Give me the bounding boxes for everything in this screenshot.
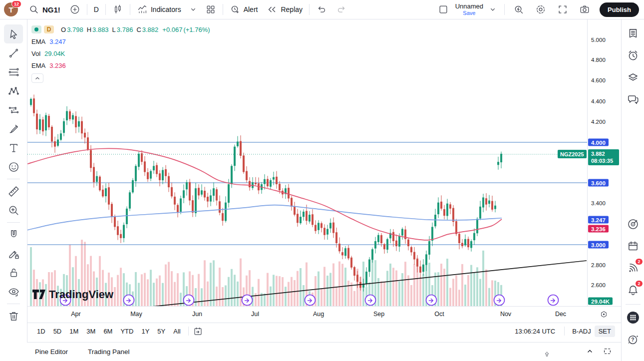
chart-pane[interactable]: TradingView D O3.798 H3.883 L3.786 C3.88…: [27, 19, 587, 306]
interval-badge: D: [44, 25, 54, 33]
tool-trend-line[interactable]: [4, 43, 23, 62]
pine-editor-tab[interactable]: Pine Editor: [35, 348, 68, 356]
publish-button[interactable]: Publish: [600, 2, 639, 17]
trading-panel-tab[interactable]: Trading Panel: [88, 348, 130, 356]
toolbar-separator: [7, 179, 20, 179]
time-axis[interactable]: AprMayJunJulAugSepOctNovDec: [27, 306, 621, 323]
snapshot-button[interactable]: [575, 2, 595, 17]
ema-legend-row[interactable]: EMA 3.247: [31, 35, 210, 47]
layout-name-block[interactable]: Unnamed Save: [455, 3, 483, 16]
chart-settings-button[interactable]: [531, 2, 551, 17]
high-label: H: [87, 26, 91, 33]
tool-eye[interactable]: [4, 282, 23, 301]
sidebar-economic-calendar-button[interactable]: [623, 235, 643, 257]
low-label: L: [112, 26, 116, 33]
sidebar-gauge-button[interactable]: [623, 213, 643, 235]
tool-emoji[interactable]: [4, 157, 23, 176]
axis-settings-icon[interactable]: [600, 310, 608, 319]
quick-search-button[interactable]: [509, 2, 529, 17]
alert-button[interactable]: Alert: [225, 2, 263, 17]
go-to-date-button[interactable]: [193, 326, 203, 337]
layout-name: Unnamed: [455, 3, 483, 10]
range-5d[interactable]: 5D: [50, 326, 65, 337]
tool-magnet[interactable]: [4, 225, 23, 244]
indicator-templates-button[interactable]: [186, 2, 201, 17]
change-percent: (+1.76%): [183, 26, 210, 33]
tool-zoom-in[interactable]: [4, 201, 23, 220]
sidebar-watchlist-button[interactable]: [623, 22, 643, 44]
tool-text[interactable]: [4, 138, 23, 157]
range-5y[interactable]: 5Y: [154, 326, 169, 337]
save-label[interactable]: Save: [463, 10, 475, 16]
range-ytd[interactable]: YTD: [117, 326, 137, 337]
legend-collapse-button[interactable]: [31, 73, 43, 83]
user-avatar[interactable]: T 12: [4, 2, 18, 16]
replay-button[interactable]: Replay: [262, 2, 307, 17]
undo-button[interactable]: [312, 2, 331, 17]
replay-rewind-icon: [267, 4, 278, 15]
sidebar-object-tree-button[interactable]: [623, 66, 643, 88]
back-adjust-toggle[interactable]: B-ADJ: [569, 326, 595, 337]
chat-icon: [627, 93, 640, 106]
ema-value: 3.236: [49, 62, 66, 69]
grid-layout-button[interactable]: [201, 2, 221, 17]
settlement-toggle[interactable]: SET: [595, 326, 615, 337]
range-all[interactable]: All: [170, 326, 184, 337]
sidebar-help-button[interactable]: ?: [623, 329, 643, 351]
tool-brush[interactable]: [4, 119, 23, 138]
ema-slow-line[interactable]: [27, 205, 502, 230]
contract-price-flag[interactable]: NGZ2025: [558, 150, 587, 158]
ema-legend-row[interactable]: EMA 3.236: [31, 59, 210, 71]
range-1y[interactable]: 1Y: [138, 326, 153, 337]
market-status-pill: [31, 25, 41, 33]
range-1d[interactable]: 1D: [33, 326, 49, 337]
ema-value: 3.247: [49, 38, 66, 45]
replay-label: Replay: [281, 5, 303, 13]
tool-xabcd-pattern[interactable]: [4, 81, 23, 100]
fullscreen-button[interactable]: [553, 2, 573, 17]
ema-fast-line[interactable]: [27, 148, 502, 240]
chevron-up-icon: [585, 347, 595, 356]
interval-button[interactable]: D: [89, 2, 103, 17]
clock-utc[interactable]: 13:06:24 UTC: [510, 328, 560, 335]
indicators-button[interactable]: Indicators: [132, 2, 186, 17]
volume-legend-row[interactable]: Vol 29.04K: [31, 47, 210, 59]
tool-lock[interactable]: [4, 263, 23, 282]
range-1m[interactable]: 1M: [66, 326, 82, 337]
panel-collapse-button[interactable]: [585, 347, 595, 358]
sidebar-notifications-button[interactable]: 2: [623, 279, 643, 301]
tool-fib-retracement[interactable]: [4, 62, 23, 81]
redo-button[interactable]: [331, 2, 351, 17]
svg-text:?: ?: [631, 337, 634, 343]
tool-ruler[interactable]: [4, 182, 23, 201]
sidebar-chat-button[interactable]: [623, 88, 643, 110]
compare-add-button[interactable]: [65, 2, 85, 17]
symbol-search-button[interactable]: NG1!: [24, 2, 65, 17]
sidebar-streams-button[interactable]: 2: [623, 257, 643, 279]
price-axis[interactable]: 3.882 08:03:35 5.0004.8004.6004.4004.200…: [587, 19, 621, 306]
trend-line-icon: [7, 47, 20, 59]
price-tick-5.000: 5.000: [591, 37, 606, 43]
month-label-sep: Sep: [373, 311, 384, 318]
layout-menu-button[interactable]: [485, 2, 500, 17]
sidebar-alerts-button[interactable]: [623, 44, 643, 66]
layout-select-button[interactable]: [433, 2, 453, 17]
panel-restore-button[interactable]: [603, 347, 612, 358]
ema-label: EMA: [31, 38, 45, 45]
chart-style-button[interactable]: [108, 2, 128, 17]
tradingview-watermark: TradingView: [32, 288, 114, 301]
symbol-legend-row[interactable]: D O3.798 H3.883 L3.786 C3.882 +0.067 (+1…: [31, 23, 210, 35]
help-icon: ?: [627, 333, 640, 346]
tool-draw[interactable]: [4, 244, 23, 263]
panel-up-arrow-icon[interactable]: [543, 351, 551, 360]
change-value: +0.067: [162, 26, 182, 33]
xabcd-pattern-icon: [7, 85, 20, 97]
tool-cursor[interactable]: [4, 24, 23, 43]
status-bar: Pine Editor Trading Panel: [0, 342, 621, 361]
tool-projection[interactable]: [4, 100, 23, 119]
month-label-aug: Aug: [313, 311, 324, 318]
range-3m[interactable]: 3M: [83, 326, 99, 337]
sidebar-apps-button[interactable]: [623, 307, 643, 329]
range-6m[interactable]: 6M: [100, 326, 116, 337]
tool-trash[interactable]: [4, 307, 23, 326]
